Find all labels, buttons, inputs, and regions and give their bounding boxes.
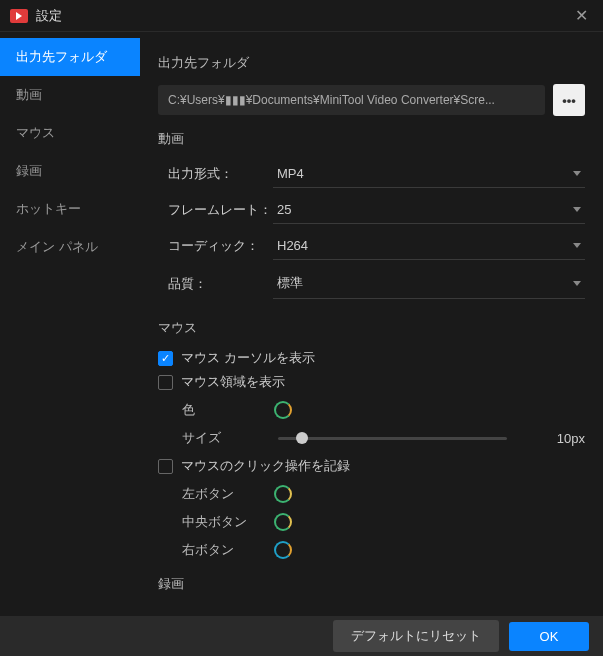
sidebar-item-record[interactable]: 録画 — [0, 152, 140, 190]
right-button-color-picker[interactable] — [274, 541, 292, 559]
record-click-checkbox[interactable] — [158, 459, 173, 474]
framerate-select[interactable]: 25 — [273, 196, 585, 224]
close-button[interactable]: ✕ — [569, 4, 593, 28]
main-panel: 出力先フォルダ C:¥Users¥▮▮▮¥Documents¥MiniTool … — [140, 32, 603, 616]
reset-to-default-button[interactable]: デフォルトにリセット — [333, 620, 499, 652]
section-title-video: 動画 — [158, 130, 585, 148]
section-title-mouse: マウス — [158, 319, 585, 337]
format-select[interactable]: MP4 — [273, 160, 585, 188]
chevron-down-icon — [573, 207, 581, 212]
chevron-down-icon — [573, 171, 581, 176]
output-path-field[interactable]: C:¥Users¥▮▮▮¥Documents¥MiniTool Video Co… — [158, 85, 545, 115]
slider-thumb[interactable] — [296, 432, 308, 444]
sidebar: 出力先フォルダ 動画 マウス 録画 ホットキー メイン パネル — [0, 32, 140, 616]
region-size-slider[interactable] — [278, 437, 507, 440]
section-title-record: 録画 — [158, 575, 585, 593]
titlebar: 設定 ✕ — [0, 0, 603, 32]
ok-button[interactable]: OK — [509, 622, 589, 651]
show-cursor-label: マウス カーソルを表示 — [181, 349, 315, 367]
footer: デフォルトにリセット OK — [0, 616, 603, 656]
sidebar-item-video[interactable]: 動画 — [0, 76, 140, 114]
ellipsis-icon: ••• — [562, 93, 576, 108]
left-button-label: 左ボタン — [182, 485, 262, 503]
left-button-color-picker[interactable] — [274, 485, 292, 503]
framerate-label: フレームレート： — [168, 201, 273, 219]
codec-select[interactable]: H264 — [273, 232, 585, 260]
chevron-down-icon — [573, 281, 581, 286]
window-title: 設定 — [36, 7, 569, 25]
format-label: 出力形式： — [168, 165, 273, 183]
middle-button-color-picker[interactable] — [274, 513, 292, 531]
quality-select[interactable]: 標準 — [273, 268, 585, 299]
region-size-value: 10px — [535, 431, 585, 446]
browse-button[interactable]: ••• — [553, 84, 585, 116]
region-size-label: サイズ — [182, 429, 262, 447]
show-region-label: マウス領域を表示 — [181, 373, 285, 391]
sidebar-item-output-folder[interactable]: 出力先フォルダ — [0, 38, 140, 76]
app-logo-icon — [10, 9, 28, 23]
codec-label: コーディック： — [168, 237, 273, 255]
show-cursor-checkbox[interactable] — [158, 351, 173, 366]
sidebar-item-hotkey[interactable]: ホットキー — [0, 190, 140, 228]
region-color-picker[interactable] — [274, 401, 292, 419]
region-color-label: 色 — [182, 401, 262, 419]
chevron-down-icon — [573, 243, 581, 248]
section-title-output-folder: 出力先フォルダ — [158, 54, 585, 72]
quality-label: 品質： — [168, 275, 273, 293]
sidebar-item-mouse[interactable]: マウス — [0, 114, 140, 152]
middle-button-label: 中央ボタン — [182, 513, 262, 531]
right-button-label: 右ボタン — [182, 541, 262, 559]
sidebar-item-main-panel[interactable]: メイン パネル — [0, 228, 140, 266]
record-click-label: マウスのクリック操作を記録 — [181, 457, 350, 475]
show-region-checkbox[interactable] — [158, 375, 173, 390]
